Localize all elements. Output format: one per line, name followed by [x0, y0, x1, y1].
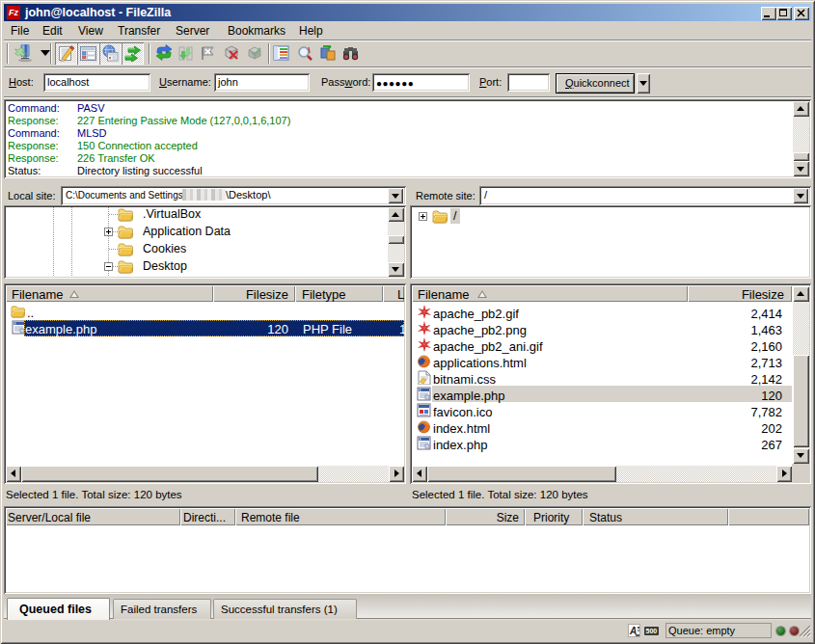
svg-text:Fz: Fz [9, 8, 18, 17]
